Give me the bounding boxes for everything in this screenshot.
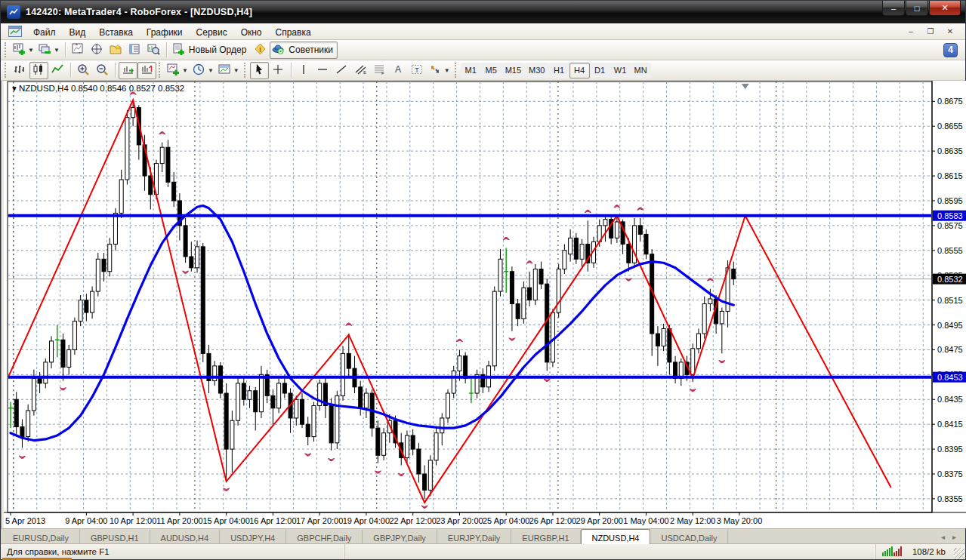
maximize-button[interactable]: □ [906,1,928,16]
market-watch-button[interactable] [69,42,88,59]
bear-candle[interactable] [166,147,170,182]
bear-candle[interactable] [242,383,245,399]
arrows-button[interactable]: ▼ [427,62,452,79]
bear-candle[interactable] [464,356,468,379]
menu-справка[interactable]: Справка [269,26,318,39]
resize-grip[interactable] [954,548,964,558]
bull-candle[interactable] [364,393,368,408]
bear-candle[interactable] [359,387,363,408]
bear-candle[interactable] [201,247,205,354]
bear-candle[interactable] [184,226,187,257]
crosshair-button[interactable] [269,62,288,79]
chart-tab-eurjpy-daily[interactable]: EURJPY,Daily [437,530,512,544]
bear-candle[interactable] [172,182,176,201]
bear-candle[interactable] [627,245,631,263]
indicators-button[interactable]: ▼ [165,62,190,79]
bear-candle[interactable] [282,383,286,393]
bear-candle[interactable] [411,435,415,449]
bull-candle[interactable] [522,288,526,318]
bull-candle[interactable] [295,399,298,418]
bear-candle[interactable] [539,269,543,284]
bear-candle[interactable] [656,334,659,346]
chart-tab-gbpjpy-daily[interactable]: GBPJPY,Daily [363,530,437,544]
mdi-close-button[interactable]: ✕ [941,25,959,38]
bull-candle[interactable] [113,213,117,244]
bear-candle[interactable] [574,238,578,259]
bull-candle[interactable] [498,259,502,291]
text-button[interactable]: A [389,62,408,79]
chart-tab-eurgbp-h1[interactable]: EURGBP,H1 [511,530,580,544]
bull-candle[interactable] [492,291,496,366]
chart-tab-audusd-h4[interactable]: AUDUSD,H4 [150,530,221,544]
tab-scroll-left-icon[interactable]: ◂ [941,533,945,541]
bull-candle[interactable] [446,393,450,418]
bull-candle[interactable] [277,383,281,408]
chart-shift-button[interactable] [137,62,156,79]
vertical-line-button[interactable] [295,62,313,79]
bull-candle[interactable] [131,108,135,118]
auto-scroll-button[interactable] [119,62,137,79]
chart-tab-usdcad-daily[interactable]: USDCAD,Daily [650,530,728,544]
bear-candle[interactable] [528,288,532,300]
bear-candle[interactable] [14,399,18,426]
timeframe-h1-button[interactable]: H1 [549,63,569,78]
bull-candle[interactable] [720,311,724,323]
bull-candle[interactable] [79,300,82,322]
chart-tab-gbpchf-daily[interactable]: GBPCHF,Daily [286,530,363,544]
bull-candle[interactable] [96,259,100,291]
candlestick-chart-button[interactable] [29,62,48,79]
bull-candle[interactable] [708,299,712,304]
bull-candle[interactable] [26,411,30,437]
periods-button[interactable]: ▼ [190,62,216,79]
bull-candle[interactable] [230,420,234,449]
zoom-in-button[interactable] [74,62,93,79]
bull-candle[interactable] [119,180,123,213]
bull-candle[interactable] [44,362,48,383]
bear-candle[interactable] [271,395,275,408]
bear-candle[interactable] [190,257,193,268]
bull-candle[interactable] [702,304,706,334]
bull-candle[interactable] [248,391,252,400]
strategy-tester-button[interactable] [144,42,163,59]
line-chart-button[interactable] [48,62,67,79]
navigator-button[interactable] [106,42,125,59]
bear-candle[interactable] [38,378,42,383]
notifications-badge[interactable]: 4 [943,43,958,57]
chevron-down-icon[interactable]: ▼ [233,67,239,74]
bull-candle[interactable] [533,269,537,300]
cursor-button[interactable] [250,62,269,79]
bull-candle[interactable] [236,383,240,420]
bull-candle[interactable] [73,322,76,350]
chart-tab-nzdusd-h4[interactable]: NZDUSD,H4 [581,529,651,544]
bull-candle[interactable] [341,353,345,395]
templates-button[interactable]: ▼ [216,62,242,79]
timeframe-h4-button[interactable]: H4 [569,63,590,78]
bear-candle[interactable] [329,405,333,442]
chart-tab-eurusd-daily[interactable]: EURUSD,Daily [2,530,80,544]
bear-candle[interactable] [423,474,427,490]
bull-candle[interactable] [428,460,432,490]
tab-scroll-right-icon[interactable]: ▸ [952,533,956,541]
timeframe-d1-button[interactable]: D1 [590,63,610,78]
minimize-button[interactable]: – [882,1,905,16]
bull-candle[interactable] [312,405,316,436]
bull-candle[interactable] [50,341,54,362]
chevron-down-icon[interactable]: ▼ [28,47,34,54]
new-chart-button[interactable]: ▼ [11,42,36,59]
chevron-down-icon[interactable]: ▼ [208,67,214,74]
bull-candle[interactable] [615,222,619,238]
bar-chart-button[interactable] [11,62,29,79]
bull-candle[interactable] [382,433,386,456]
mdi-restore-button[interactable]: ❐ [921,25,940,38]
bull-candle[interactable] [452,371,455,393]
chevron-down-icon[interactable]: ▼ [182,67,188,74]
expert-advisors-button[interactable]: Советники [270,42,338,59]
bull-candle[interactable] [434,433,438,460]
bull-candle[interactable] [335,395,339,443]
timeframe-m1-button[interactable]: M1 [461,63,481,78]
bull-candle[interactable] [259,374,263,411]
bull-candle[interactable] [67,349,71,367]
mdi-minimize-button[interactable]: – [902,25,920,38]
timeframe-m30-button[interactable]: M30 [525,63,548,78]
toolbar-grip[interactable] [244,63,248,78]
